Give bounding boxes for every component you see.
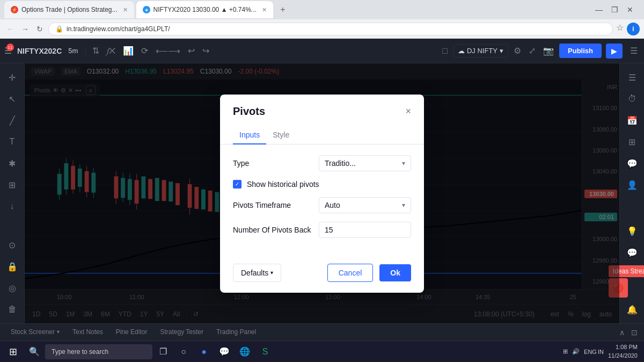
pivots-back-row: Number Of Pivots Back xyxy=(233,222,411,238)
taskbar-chrome[interactable]: ● xyxy=(194,342,214,361)
sidebar-toggle[interactable]: ☰ xyxy=(628,44,640,58)
tab-text-notes[interactable]: Text Notes xyxy=(66,325,109,340)
compare-button[interactable]: ⇅ xyxy=(90,44,101,58)
crosshair-tool[interactable]: ✛ xyxy=(3,68,22,87)
play-button[interactable]: ▶ xyxy=(606,44,623,59)
rs-person[interactable]: 👤 xyxy=(623,175,642,194)
pivots-modal: Pivots × Inputs Style xyxy=(220,95,424,293)
minimize-button[interactable]: — xyxy=(593,5,605,14)
tab-stock-screener[interactable]: Stock Screener ▾ xyxy=(4,325,66,340)
settings-button[interactable]: ⚙ xyxy=(511,44,523,58)
right-sidebar: ☰ ⏱ 📅 ⊞ 💬 👤 💡 💬 Ideas Stream 🔴 🔔 xyxy=(619,63,644,323)
close-button[interactable]: ✕ xyxy=(625,5,635,14)
indicators-button[interactable]: 𝑓✕ xyxy=(105,44,118,58)
modal-overlay: Pivots × Inputs Style xyxy=(25,63,619,323)
rs-lightbulb[interactable]: 💡 xyxy=(623,221,642,241)
defaults-button[interactable]: Defaults ▾ xyxy=(233,264,281,282)
refresh-button[interactable]: ↻ xyxy=(34,24,45,34)
indicators2-button[interactable]: ⟳ xyxy=(139,44,150,58)
new-tab-button[interactable]: + xyxy=(275,2,290,17)
hamburger-menu[interactable]: ☰ 11 xyxy=(4,46,12,56)
dj-nifty-button[interactable]: ☁ DJ NIFTY ▾ xyxy=(453,44,508,57)
toolbar-divider-1 xyxy=(85,46,86,56)
profile-avatar[interactable]: i xyxy=(627,23,640,35)
undo-button[interactable]: ↩ xyxy=(186,44,197,58)
start-button[interactable]: ⊞ xyxy=(2,342,24,361)
redo-button[interactable]: ↪ xyxy=(200,44,211,58)
taskbar-chrome2[interactable]: 🌐 xyxy=(235,342,254,361)
defaults-arrow: ▾ xyxy=(270,270,273,276)
taskbar-app5[interactable]: S xyxy=(255,342,275,361)
timeframe-display[interactable]: 5m xyxy=(68,47,78,55)
tabs-expand-icon[interactable]: ⊡ xyxy=(629,326,640,339)
taskbar-taskview[interactable]: ❐ xyxy=(153,342,173,361)
line-tool[interactable]: ╱ xyxy=(3,111,22,130)
search-placeholder: Type here to search xyxy=(52,348,108,356)
tab1-close[interactable]: ✕ xyxy=(123,6,128,13)
screenshot-button[interactable]: 📷 xyxy=(541,44,556,58)
lang-label: ENG xyxy=(584,349,597,355)
rs-calendar[interactable]: 📅 xyxy=(623,111,642,130)
modal-close-button[interactable]: × xyxy=(405,106,411,117)
chart-area: VWAP EMA O13032.00 H13036.95 L13024.95 C… xyxy=(25,63,619,323)
tab-style[interactable]: Style xyxy=(266,126,296,144)
browser-tab-2[interactable]: ◈ NIFTYX2020 13030.00 ▲ +0.74%... ✕ xyxy=(136,1,273,18)
cancel-button[interactable]: Cancel xyxy=(327,264,374,282)
historical-checkbox[interactable]: ✓ xyxy=(233,180,241,189)
lock-drawings[interactable]: 🔒 xyxy=(3,257,22,276)
fib-tool[interactable]: ✱ xyxy=(3,154,22,173)
magnet-tool[interactable]: ⊙ xyxy=(3,235,22,255)
forward-button[interactable]: → xyxy=(19,24,31,34)
tray-network[interactable]: ⊞ xyxy=(563,348,568,355)
text-tool[interactable]: T xyxy=(3,132,22,151)
type-select[interactable]: Traditio... ▾ xyxy=(319,155,411,171)
hide-drawings[interactable]: ◎ xyxy=(3,278,22,298)
bookmark-icon[interactable]: ☆ xyxy=(616,23,624,35)
ok-button[interactable]: Ok xyxy=(379,264,411,281)
rs-chat[interactable]: 💬 xyxy=(623,154,642,173)
tab-trading-panel[interactable]: Trading Panel xyxy=(210,325,262,340)
timeframe-select[interactable]: Auto ▾ xyxy=(319,197,411,213)
symbol-display[interactable]: NIFTYX202C xyxy=(17,47,62,55)
clock-time: 1:08 PM xyxy=(608,343,638,351)
maximize-button[interactable]: ❐ xyxy=(609,5,620,14)
rs-bell[interactable]: 🔔 xyxy=(623,300,642,319)
rs-news[interactable]: ⊞ xyxy=(623,132,642,151)
tray-volume[interactable]: 🔊 xyxy=(572,348,580,355)
tabs-up-icon[interactable]: ∧ xyxy=(617,326,627,339)
pivots-timeframe-label: Pivots Timeframe xyxy=(233,201,319,209)
zoom-tool[interactable]: ↓ xyxy=(3,197,22,216)
dj-nifty-label: DJ NIFTY xyxy=(467,47,497,55)
taskbar: ⊞ 🔍 Type here to search ❐ ○ ● 💬 🌐 S ⊞ 🔊 … xyxy=(0,341,644,362)
left-sidebar: ✛ ↖ ╱ T ✱ ⊞ ↓ ⊙ 🔒 ◎ 🗑 xyxy=(0,63,25,323)
fullscreen-button[interactable]: ⤢ xyxy=(526,44,538,58)
tab1-favicon: ⚡ xyxy=(11,6,18,13)
rs-clock[interactable]: ⏱ xyxy=(623,89,642,108)
dj-nifty-arrow: ▾ xyxy=(500,47,503,55)
taskbar-search[interactable]: Type here to search xyxy=(45,344,152,359)
measure-tool[interactable]: ⊞ xyxy=(3,175,22,194)
taskbar-search-icon[interactable]: 🔍 xyxy=(25,342,44,361)
rs-watchlist[interactable]: ☰ xyxy=(623,68,642,87)
taskbar-whatsapp[interactable]: 💬 xyxy=(215,342,234,361)
tab-inputs[interactable]: Inputs xyxy=(233,126,266,144)
draw-tool[interactable]: ↖ xyxy=(3,89,22,108)
alerts-button[interactable]: ⟵⟶ xyxy=(153,44,182,58)
tab-strategy-tester[interactable]: Strategy Tester xyxy=(153,325,209,340)
publish-button[interactable]: Publish xyxy=(559,44,602,58)
browser-tab-1[interactable]: ⚡ Options Trade | Options Strateg... ✕ xyxy=(4,1,134,18)
tv-topbar: ☰ 11 NIFTYX202C 5m ⇅ 𝑓✕ 📊 ⟳ ⟵⟶ ↩ ↪ □ ☁ D… xyxy=(0,39,644,63)
modal-footer: Defaults ▾ Cancel Ok xyxy=(220,257,424,293)
address-bar[interactable]: 🔒 in.tradingview.com/chart/ga4GLPLT/ xyxy=(48,23,613,35)
trash-tool[interactable]: 🗑 xyxy=(3,300,22,319)
tab2-close[interactable]: ✕ xyxy=(262,6,267,13)
pivots-back-input[interactable] xyxy=(319,222,411,238)
back-button[interactable]: ← xyxy=(4,24,16,34)
watchlist-button[interactable]: □ xyxy=(440,44,450,58)
chart-type-button[interactable]: 📊 xyxy=(121,44,136,58)
modal-body: Type Traditio... ▾ ✓ xyxy=(220,144,424,257)
tab-pine-editor[interactable]: Pine Editor xyxy=(109,325,154,340)
rs-chat2[interactable]: 💬 xyxy=(623,243,642,262)
taskbar-clock: 1:08 PM 11/24/2020 xyxy=(608,343,638,360)
taskbar-cortana[interactable]: ○ xyxy=(174,342,193,361)
